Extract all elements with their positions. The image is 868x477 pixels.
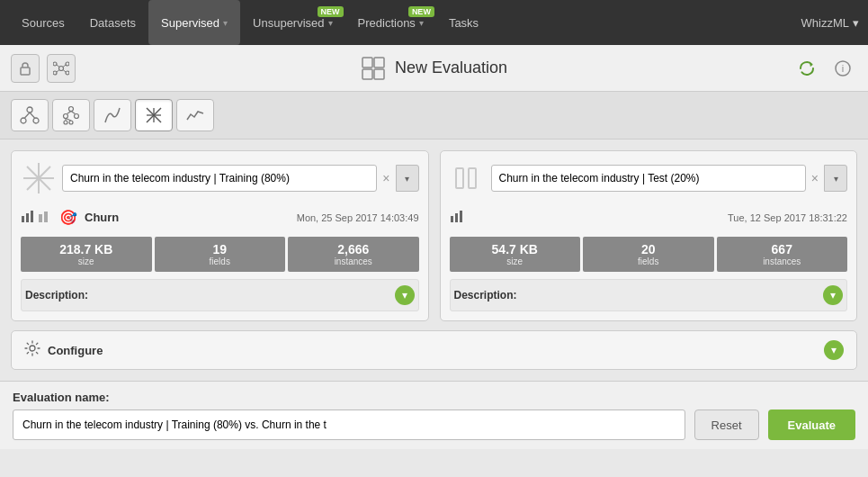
nav-predictions[interactable]: Predictions NEW ▾ (345, 0, 436, 45)
svg-point-5 (66, 71, 69, 75)
svg-line-8 (57, 69, 59, 72)
right-model-card: × ▾ Tue, 12 Sep 2017 18:31:22 (440, 150, 858, 321)
predictions-arrow-icon: ▾ (419, 18, 424, 28)
svg-point-3 (66, 62, 69, 66)
svg-line-20 (30, 112, 35, 118)
toolbar: New Evaluation i (0, 45, 868, 92)
svg-point-1 (59, 66, 64, 70)
left-stat-size: 218.7 KB size (21, 237, 152, 272)
right-dataset-date: Tue, 12 Sep 2017 18:31:22 (728, 212, 847, 223)
right-stat-instances: 667 instances (717, 237, 848, 272)
svg-rect-13 (374, 69, 384, 79)
left-model-icon (21, 160, 57, 196)
main-content: × ▾ (0, 140, 868, 381)
bottom-input-row: Reset Evaluate (13, 410, 855, 440)
svg-point-4 (53, 71, 57, 75)
configure-gear-icon (24, 340, 40, 360)
left-description-row: Description: ▾ (21, 279, 419, 311)
svg-rect-42 (44, 212, 48, 222)
svg-rect-10 (362, 58, 372, 68)
lock-icon-button[interactable] (11, 54, 40, 83)
right-description-toggle[interactable]: ▾ (823, 285, 843, 305)
right-dataset-icons (450, 209, 464, 226)
bottom-bar: Evaluation name: Reset Evaluate (0, 381, 868, 449)
info-button[interactable]: i (828, 54, 857, 83)
right-input-dropdown-icon[interactable]: ▾ (824, 165, 847, 192)
evaluate-button[interactable]: Evaluate (768, 410, 855, 440)
tab-tree[interactable] (52, 99, 90, 131)
refresh-button[interactable] (792, 54, 821, 83)
unsupervised-arrow-icon: ▾ (328, 18, 333, 28)
tab-row (0, 92, 868, 140)
svg-rect-46 (455, 213, 458, 222)
right-input-clear-icon[interactable]: × (811, 171, 819, 185)
eval-name-label: Evaluation name: (13, 391, 855, 404)
left-dataset-name: Churn (85, 211, 119, 224)
svg-rect-40 (31, 211, 33, 222)
nav-supervised[interactable]: Supervised ▾ (148, 0, 240, 45)
left-dataset-info: 🎯 Churn Mon, 25 Sep 2017 14:03:49 (21, 205, 419, 230)
left-dataset-bar-icon (21, 209, 35, 226)
right-description-label: Description: (454, 289, 517, 302)
toolbar-title-area: New Evaluation (83, 56, 785, 81)
user-menu-arrow-icon: ▾ (853, 16, 859, 30)
nav-sources[interactable]: Sources (9, 0, 77, 45)
svg-point-21 (69, 107, 74, 112)
svg-point-17 (21, 118, 26, 123)
left-stat-fields: 19 fields (155, 237, 286, 272)
left-description-label: Description: (25, 289, 88, 302)
left-dataset-icons (21, 209, 52, 226)
nav-datasets[interactable]: Datasets (77, 0, 148, 45)
tab-evaluation[interactable] (135, 99, 173, 131)
left-description-toggle[interactable]: ▾ (395, 285, 415, 305)
svg-line-27 (71, 112, 76, 114)
reset-button[interactable]: Reset (694, 410, 759, 440)
nav-tasks[interactable]: Tasks (436, 0, 491, 45)
eval-name-input[interactable] (13, 410, 685, 440)
user-menu[interactable]: WhizzML ▾ (801, 16, 859, 30)
tab-ensemble[interactable] (11, 99, 49, 131)
tab-regression[interactable] (94, 99, 131, 131)
svg-point-2 (53, 62, 57, 66)
svg-line-19 (25, 112, 31, 118)
svg-rect-0 (21, 68, 30, 75)
svg-line-6 (57, 65, 59, 68)
nav-unsupervised[interactable]: Unsupervised NEW ▾ (240, 0, 345, 45)
right-model-icon (450, 160, 486, 196)
evaluation-icon (361, 56, 386, 81)
page-title: New Evaluation (395, 58, 507, 77)
top-navigation: Sources Datasets Supervised ▾ Unsupervis… (0, 0, 868, 45)
svg-line-7 (63, 65, 66, 68)
right-dataset-bar-icon (450, 209, 464, 226)
svg-point-24 (64, 121, 67, 124)
tab-timeseries[interactable] (176, 99, 214, 131)
right-description-row: Description: ▾ (450, 279, 848, 311)
left-stat-instances: 2,666 instances (288, 237, 419, 272)
svg-rect-44 (469, 168, 476, 188)
left-stats-row: 218.7 KB size 19 fields 2,666 instances (21, 237, 419, 272)
toolbar-actions: i (792, 54, 857, 83)
left-model-input[interactable] (62, 165, 377, 192)
configure-toggle[interactable]: ▾ (824, 340, 844, 360)
svg-point-23 (75, 114, 79, 119)
left-dataset-icon2 (38, 209, 52, 226)
svg-line-9 (63, 69, 66, 72)
supervised-arrow-icon: ▾ (223, 18, 228, 28)
left-model-card: × ▾ (11, 150, 429, 321)
right-model-input[interactable] (491, 165, 806, 192)
nodes-icon-button[interactable] (47, 54, 76, 83)
svg-rect-38 (22, 216, 24, 222)
left-input-dropdown-icon[interactable]: ▾ (396, 165, 419, 192)
svg-point-22 (64, 114, 68, 119)
left-target-icon: 🎯 (59, 209, 77, 226)
configure-label: Configure (48, 344, 817, 357)
svg-rect-39 (26, 213, 29, 222)
svg-text:i: i (842, 63, 844, 74)
cards-row: × ▾ (11, 150, 857, 321)
left-input-row: × ▾ (21, 160, 419, 196)
right-stats-row: 54.7 KB size 20 fields 667 instances (450, 237, 848, 272)
svg-rect-45 (451, 216, 453, 222)
right-input-row: × ▾ (450, 160, 848, 196)
left-input-clear-icon[interactable]: × (382, 171, 389, 185)
svg-rect-43 (456, 168, 463, 188)
